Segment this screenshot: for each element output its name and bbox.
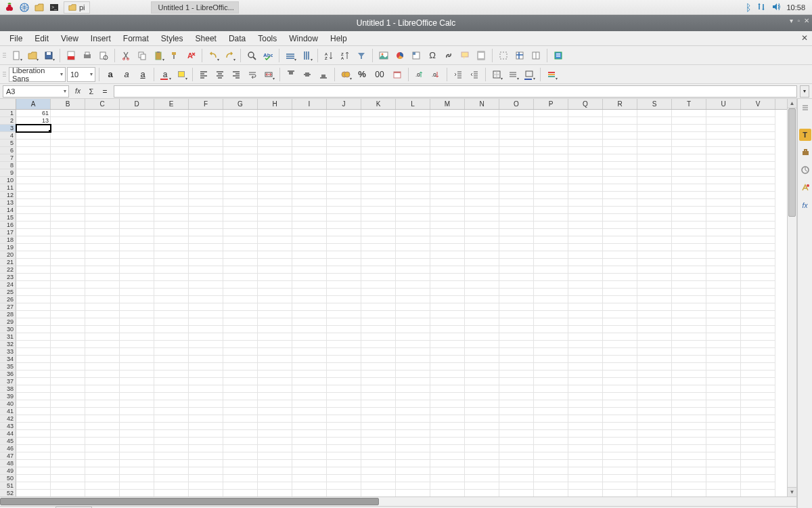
cell[interactable] bbox=[223, 333, 258, 341]
cell[interactable] bbox=[327, 408, 361, 415]
cell[interactable] bbox=[85, 177, 120, 184]
row-header[interactable]: 27 bbox=[0, 303, 16, 311]
cell[interactable] bbox=[637, 326, 672, 333]
cell[interactable] bbox=[361, 393, 396, 400]
row-header[interactable]: 40 bbox=[0, 400, 16, 408]
cell[interactable] bbox=[603, 110, 637, 117]
cell[interactable] bbox=[120, 460, 154, 467]
cell[interactable] bbox=[534, 430, 568, 438]
cell[interactable] bbox=[637, 199, 672, 207]
row-header[interactable]: 43 bbox=[0, 423, 16, 430]
cell[interactable] bbox=[154, 221, 189, 229]
cell[interactable] bbox=[51, 326, 85, 333]
row-icon[interactable]: ▾ bbox=[283, 48, 298, 63]
formula-input[interactable] bbox=[114, 85, 797, 98]
cell[interactable] bbox=[258, 452, 292, 460]
cell[interactable] bbox=[51, 475, 85, 482]
cell[interactable] bbox=[499, 266, 534, 274]
cell[interactable] bbox=[51, 125, 85, 132]
cell[interactable] bbox=[534, 192, 568, 199]
cell[interactable] bbox=[51, 363, 85, 371]
cell[interactable] bbox=[741, 460, 775, 467]
cell[interactable] bbox=[603, 229, 637, 236]
cut-icon[interactable] bbox=[118, 48, 133, 63]
cell[interactable] bbox=[637, 393, 672, 400]
cell[interactable] bbox=[672, 482, 706, 490]
column-header[interactable]: J bbox=[327, 99, 361, 109]
cell[interactable] bbox=[189, 289, 223, 296]
cell[interactable] bbox=[189, 326, 223, 333]
align-top-icon[interactable] bbox=[284, 67, 298, 82]
cell[interactable] bbox=[327, 184, 361, 192]
cell[interactable] bbox=[154, 274, 189, 281]
cell[interactable] bbox=[258, 378, 292, 385]
cell[interactable] bbox=[603, 445, 637, 452]
cell[interactable] bbox=[16, 214, 51, 221]
row-header[interactable]: 39 bbox=[0, 393, 16, 400]
cell[interactable] bbox=[327, 482, 361, 490]
cell[interactable] bbox=[361, 475, 396, 482]
cell[interactable] bbox=[258, 117, 292, 125]
cell[interactable] bbox=[85, 303, 120, 311]
cell[interactable] bbox=[51, 430, 85, 438]
cell[interactable] bbox=[51, 311, 85, 318]
borders-icon[interactable]: ▾ bbox=[489, 67, 504, 82]
cell[interactable] bbox=[706, 475, 741, 482]
cell[interactable] bbox=[258, 318, 292, 326]
cell[interactable] bbox=[85, 154, 120, 162]
cell[interactable] bbox=[465, 326, 499, 333]
cell[interactable] bbox=[51, 140, 85, 147]
cell[interactable] bbox=[85, 236, 120, 244]
cell[interactable] bbox=[534, 169, 568, 177]
cell[interactable] bbox=[85, 117, 120, 125]
cell[interactable] bbox=[154, 341, 189, 348]
cell[interactable] bbox=[16, 259, 51, 266]
cell[interactable] bbox=[154, 214, 189, 221]
cell[interactable] bbox=[85, 393, 120, 400]
taskbar-item-calc[interactable]: Untitled 1 - LibreOffic... bbox=[151, 1, 239, 14]
cell[interactable] bbox=[637, 385, 672, 393]
cell[interactable] bbox=[672, 490, 706, 496]
cell[interactable] bbox=[361, 140, 396, 147]
cell[interactable] bbox=[499, 229, 534, 236]
cell[interactable] bbox=[672, 363, 706, 371]
cell[interactable] bbox=[327, 318, 361, 326]
cell[interactable] bbox=[465, 371, 499, 378]
cell[interactable] bbox=[637, 289, 672, 296]
cell[interactable] bbox=[672, 132, 706, 140]
cell[interactable] bbox=[223, 318, 258, 326]
cell[interactable] bbox=[568, 467, 603, 475]
cell[interactable] bbox=[672, 341, 706, 348]
cell[interactable] bbox=[361, 147, 396, 154]
cell[interactable] bbox=[499, 363, 534, 371]
cell[interactable] bbox=[292, 221, 327, 229]
clock[interactable]: 10:58 bbox=[786, 3, 805, 12]
cell[interactable] bbox=[499, 140, 534, 147]
cell[interactable] bbox=[396, 445, 430, 452]
cell[interactable] bbox=[361, 348, 396, 356]
cell[interactable] bbox=[672, 452, 706, 460]
cell[interactable] bbox=[292, 438, 327, 445]
cell[interactable] bbox=[568, 490, 603, 496]
cell[interactable] bbox=[396, 132, 430, 140]
cell[interactable] bbox=[223, 281, 258, 289]
cell[interactable] bbox=[327, 289, 361, 296]
cell[interactable] bbox=[361, 110, 396, 117]
cell[interactable] bbox=[568, 348, 603, 356]
cell[interactable] bbox=[706, 169, 741, 177]
menu-window[interactable]: Window bbox=[284, 33, 323, 45]
bluetooth-icon[interactable]: ᛒ bbox=[746, 2, 751, 13]
cell[interactable] bbox=[637, 318, 672, 326]
cell[interactable] bbox=[637, 169, 672, 177]
cell[interactable] bbox=[534, 117, 568, 125]
cell[interactable] bbox=[16, 475, 51, 482]
cell[interactable] bbox=[120, 326, 154, 333]
cell[interactable] bbox=[672, 400, 706, 408]
cell[interactable] bbox=[499, 274, 534, 281]
cell[interactable] bbox=[361, 244, 396, 251]
cell[interactable] bbox=[741, 192, 775, 199]
cell[interactable] bbox=[637, 438, 672, 445]
cell[interactable] bbox=[223, 221, 258, 229]
cell[interactable] bbox=[568, 251, 603, 259]
cell[interactable] bbox=[16, 199, 51, 207]
